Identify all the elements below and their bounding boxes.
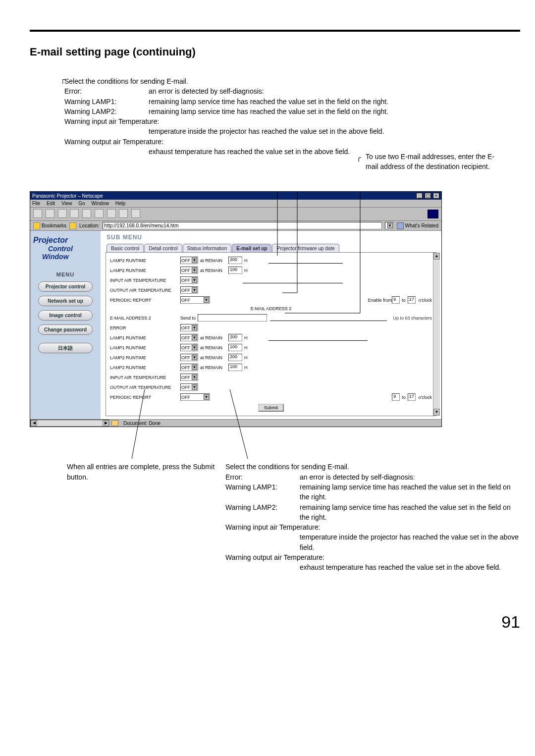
value-input[interactable]: 200: [228, 334, 242, 341]
sidebar-item-japanese[interactable]: 日本語: [38, 343, 93, 353]
chevron-down-icon[interactable]: ▼: [192, 268, 197, 273]
chevron-down-icon[interactable]: ▼: [192, 258, 197, 263]
row-label: LAMP1 RUNTIME: [110, 345, 180, 350]
value-input[interactable]: 100: [228, 364, 242, 371]
value-input[interactable]: 100: [228, 344, 242, 351]
tab-firmware-update[interactable]: Projector firmware up date: [272, 244, 339, 253]
menu-help[interactable]: Help: [115, 201, 126, 206]
chevron-down-icon[interactable]: ▼: [192, 335, 197, 340]
tab-status-information[interactable]: Status information: [183, 244, 232, 253]
minimize-icon[interactable]: _: [416, 193, 423, 199]
value-input[interactable]: 100: [228, 267, 242, 274]
select-off[interactable]: OFF▼: [180, 344, 198, 351]
to-input[interactable]: 17: [408, 393, 416, 401]
scroll-left-icon[interactable]: ◀: [31, 420, 37, 426]
status-text: Document: Done: [120, 420, 163, 427]
select-off[interactable]: OFF▼: [180, 334, 198, 341]
menubar[interactable]: File Edit View Go Window Help: [30, 200, 441, 208]
whats-related-label[interactable]: What's Related: [405, 223, 439, 228]
horizontal-scrollbar[interactable]: ◀▶: [30, 420, 109, 427]
unit-label: H: [244, 355, 248, 360]
leader-line: [268, 263, 343, 264]
from-input[interactable]: 9: [392, 393, 400, 401]
select-off[interactable]: OFF▼: [180, 257, 198, 264]
unit-label: H: [244, 335, 248, 340]
menu-view[interactable]: View: [61, 201, 72, 206]
reload-icon[interactable]: [58, 209, 67, 218]
sidebar-item-network-setup[interactable]: Network set up: [38, 296, 93, 306]
row-key: Warning LAMP1:: [225, 482, 300, 502]
forward-icon[interactable]: [46, 209, 54, 218]
select-off[interactable]: OFF▼: [180, 276, 198, 284]
maximize-icon[interactable]: ▢: [425, 193, 431, 199]
chevron-down-icon[interactable]: ▼: [204, 297, 209, 303]
row-val: remaining lamp service time has reached …: [300, 502, 520, 523]
chevron-down-icon[interactable]: ▼: [192, 355, 197, 360]
to-label: to: [402, 395, 406, 400]
chevron-down-icon[interactable]: ▼: [192, 277, 197, 283]
tab-email-setup[interactable]: E-mail set up: [232, 244, 271, 253]
sidebar-item-change-password[interactable]: Change password: [38, 324, 93, 335]
row-label: PERIODIC REPORT: [110, 395, 180, 400]
email-address-input[interactable]: [198, 314, 267, 322]
select-off[interactable]: OFF▼: [180, 286, 198, 294]
guide-icon[interactable]: [95, 209, 104, 218]
chevron-down-icon[interactable]: ▼: [387, 223, 393, 228]
value-input[interactable]: 200: [228, 257, 242, 264]
select-off[interactable]: OFF▼: [180, 383, 198, 391]
bookmarks-label[interactable]: Bookmarks: [42, 223, 66, 228]
security-icon[interactable]: [119, 209, 128, 218]
menu-edit[interactable]: Edit: [47, 201, 55, 206]
scroll-up-icon[interactable]: ▲: [433, 253, 440, 260]
tab-basic-control[interactable]: Basic control: [107, 244, 144, 253]
oclock-label: o'clock: [419, 395, 432, 400]
select-off[interactable]: OFF▼: [180, 324, 198, 331]
back-icon[interactable]: [33, 209, 42, 218]
select-off[interactable]: OFF▼: [180, 364, 198, 371]
location-input[interactable]: [103, 222, 382, 229]
chevron-down-icon[interactable]: ▼: [204, 394, 209, 400]
scroll-down-icon[interactable]: ▼: [433, 409, 440, 416]
select-off[interactable]: OFF▼: [180, 354, 198, 361]
chevron-down-icon[interactable]: ▼: [192, 384, 197, 390]
periodic-report-row: PERIODIC REPORT OFF▼ 9 to 17 o'clock: [110, 393, 432, 401]
chevron-down-icon[interactable]: ▼: [192, 345, 197, 350]
scroll-right-icon[interactable]: ▶: [103, 420, 109, 426]
menu-go[interactable]: Go: [78, 201, 85, 206]
tab-detail-control[interactable]: Detail control: [144, 244, 182, 253]
from-input[interactable]: 9: [392, 296, 400, 304]
to-input[interactable]: 17: [408, 296, 416, 304]
window-title: Panasonic Projector – Netscape: [32, 193, 103, 199]
submenu-tabs: Basic control Detail control Status info…: [107, 244, 436, 253]
submenu-title: SUB MENU: [107, 234, 436, 241]
chevron-down-icon[interactable]: ▼: [192, 365, 197, 370]
sidebar-item-image-control[interactable]: Image control: [38, 310, 93, 321]
status-icon: [111, 420, 118, 426]
whats-related-icon[interactable]: [397, 222, 404, 229]
sidebar: Projector Control Window MENU Projector …: [30, 231, 101, 419]
select-off[interactable]: OFF▼: [180, 296, 210, 304]
vertical-scrollbar[interactable]: ▲ ▼: [433, 253, 440, 416]
bookmarks-icon[interactable]: [33, 222, 40, 229]
home-icon[interactable]: [70, 209, 79, 218]
menu-file[interactable]: File: [32, 201, 40, 206]
select-off[interactable]: OFF▼: [180, 393, 210, 401]
chevron-down-icon[interactable]: ▼: [192, 287, 197, 293]
print-icon[interactable]: [107, 209, 116, 218]
chevron-down-icon[interactable]: ▼: [192, 375, 197, 380]
status-bar: ◀▶ Document: Done: [30, 419, 441, 427]
leader-line: [268, 340, 368, 341]
row-label: LAMP2 RUNTIME: [110, 365, 180, 370]
to-label: to: [402, 298, 406, 303]
stop-icon[interactable]: [131, 209, 140, 218]
select-off[interactable]: OFF▼: [180, 374, 198, 381]
menu-window[interactable]: Window: [91, 201, 109, 206]
close-icon[interactable]: ×: [433, 193, 439, 199]
submit-button[interactable]: Submit: [258, 404, 284, 412]
chevron-down-icon[interactable]: ▼: [192, 325, 197, 330]
search-icon[interactable]: [82, 209, 91, 218]
sidebar-item-projector-control[interactable]: Projector control: [38, 281, 93, 292]
location-dropdown[interactable]: ▼: [385, 222, 394, 229]
select-off[interactable]: OFF▼: [180, 267, 198, 274]
value-input[interactable]: 200: [228, 354, 242, 361]
